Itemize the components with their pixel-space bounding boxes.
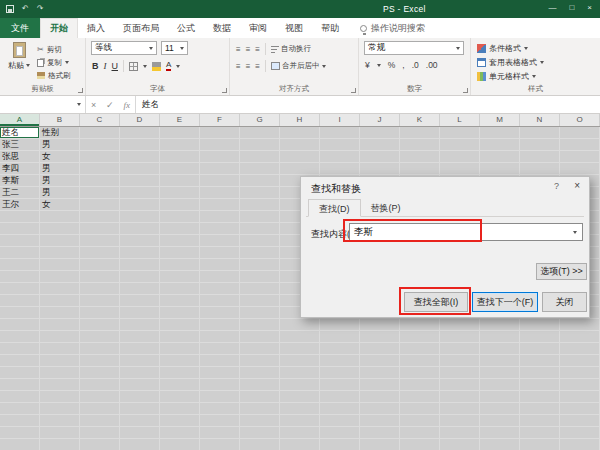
- cell-O26[interactable]: [560, 427, 600, 439]
- column-header-L[interactable]: L: [440, 114, 480, 126]
- cell-H1[interactable]: [280, 127, 320, 139]
- cell-N3[interactable]: [520, 151, 560, 163]
- dialog-close-button[interactable]: 关闭: [542, 292, 587, 312]
- cell-M2[interactable]: [480, 139, 520, 151]
- cell-G1[interactable]: [240, 127, 280, 139]
- cell-B25[interactable]: [40, 415, 80, 427]
- cell-H17[interactable]: [280, 319, 320, 331]
- cell-J23[interactable]: [360, 391, 400, 403]
- cell-F20[interactable]: [200, 355, 240, 367]
- cell-E27[interactable]: [160, 439, 200, 450]
- cell-O19[interactable]: [560, 343, 600, 355]
- cell-G17[interactable]: [240, 319, 280, 331]
- cell-A14[interactable]: [0, 283, 40, 295]
- cell-H27[interactable]: [280, 439, 320, 450]
- cell-D10[interactable]: [120, 235, 160, 247]
- cell-D3[interactable]: [120, 151, 160, 163]
- column-header-E[interactable]: E: [160, 114, 200, 126]
- cell-G19[interactable]: [240, 343, 280, 355]
- cell-E18[interactable]: [160, 331, 200, 343]
- cell-I1[interactable]: [320, 127, 360, 139]
- align-right-icon[interactable]: ≡: [255, 62, 260, 71]
- cell-E3[interactable]: [160, 151, 200, 163]
- cell-M21[interactable]: [480, 367, 520, 379]
- cell-O17[interactable]: [560, 319, 600, 331]
- cell-B15[interactable]: [40, 295, 80, 307]
- cell-G16[interactable]: [240, 307, 280, 319]
- cell-A24[interactable]: [0, 403, 40, 415]
- cell-F27[interactable]: [200, 439, 240, 450]
- cell-F1[interactable]: [200, 127, 240, 139]
- cell-O3[interactable]: [560, 151, 600, 163]
- cell-C11[interactable]: [80, 247, 120, 259]
- cell-G24[interactable]: [240, 403, 280, 415]
- cell-F7[interactable]: [200, 199, 240, 211]
- cell-F6[interactable]: [200, 187, 240, 199]
- cell-A26[interactable]: [0, 427, 40, 439]
- paste-button[interactable]: 粘贴: [4, 41, 34, 83]
- cell-B7[interactable]: 女: [40, 199, 80, 211]
- cell-A15[interactable]: [0, 295, 40, 307]
- cell-J26[interactable]: [360, 427, 400, 439]
- cell-L1[interactable]: [440, 127, 480, 139]
- cell-I26[interactable]: [320, 427, 360, 439]
- cell-J21[interactable]: [360, 367, 400, 379]
- cell-C23[interactable]: [80, 391, 120, 403]
- cell-O22[interactable]: [560, 379, 600, 391]
- cell-C2[interactable]: [80, 139, 120, 151]
- cell-C18[interactable]: [80, 331, 120, 343]
- cell-L19[interactable]: [440, 343, 480, 355]
- dialog-close-icon[interactable]: ×: [574, 180, 580, 191]
- cell-I4[interactable]: [320, 163, 360, 175]
- cell-O24[interactable]: [560, 403, 600, 415]
- cell-D9[interactable]: [120, 223, 160, 235]
- cell-D5[interactable]: [120, 175, 160, 187]
- cell-L21[interactable]: [440, 367, 480, 379]
- column-header-H[interactable]: H: [280, 114, 320, 126]
- cell-C20[interactable]: [80, 355, 120, 367]
- cell-E15[interactable]: [160, 295, 200, 307]
- cell-G12[interactable]: [240, 259, 280, 271]
- increase-decimal-icon[interactable]: .0: [412, 60, 419, 70]
- column-header-O[interactable]: O: [560, 114, 600, 126]
- align-left-icon[interactable]: ≡: [236, 62, 241, 71]
- cell-D2[interactable]: [120, 139, 160, 151]
- cell-H25[interactable]: [280, 415, 320, 427]
- cell-E2[interactable]: [160, 139, 200, 151]
- cell-B23[interactable]: [40, 391, 80, 403]
- cell-M1[interactable]: [480, 127, 520, 139]
- cell-G11[interactable]: [240, 247, 280, 259]
- cell-L17[interactable]: [440, 319, 480, 331]
- conditional-formatting-button[interactable]: 条件格式: [477, 41, 544, 55]
- cell-A21[interactable]: [0, 367, 40, 379]
- cell-F25[interactable]: [200, 415, 240, 427]
- wrap-text-button[interactable]: 自动换行: [271, 44, 311, 54]
- name-box[interactable]: [0, 96, 86, 113]
- cell-B11[interactable]: [40, 247, 80, 259]
- cell-N2[interactable]: [520, 139, 560, 151]
- cell-M23[interactable]: [480, 391, 520, 403]
- cell-B16[interactable]: [40, 307, 80, 319]
- merge-center-button[interactable]: 合并后居中: [271, 61, 326, 71]
- cell-H2[interactable]: [280, 139, 320, 151]
- cell-H3[interactable]: [280, 151, 320, 163]
- cell-E14[interactable]: [160, 283, 200, 295]
- minimize-icon[interactable]: —: [548, 3, 556, 12]
- tab-home[interactable]: 开始: [40, 18, 78, 38]
- redo-icon[interactable]: ↷: [37, 4, 44, 14]
- cell-O20[interactable]: [560, 355, 600, 367]
- cell-N20[interactable]: [520, 355, 560, 367]
- cell-D4[interactable]: [120, 163, 160, 175]
- cell-F11[interactable]: [200, 247, 240, 259]
- column-header-F[interactable]: F: [200, 114, 240, 126]
- cell-I3[interactable]: [320, 151, 360, 163]
- cell-K23[interactable]: [400, 391, 440, 403]
- cell-H20[interactable]: [280, 355, 320, 367]
- cell-C27[interactable]: [80, 439, 120, 450]
- cell-D26[interactable]: [120, 427, 160, 439]
- cell-H23[interactable]: [280, 391, 320, 403]
- cell-B18[interactable]: [40, 331, 80, 343]
- cell-B2[interactable]: 男: [40, 139, 80, 151]
- cell-E11[interactable]: [160, 247, 200, 259]
- cell-L4[interactable]: [440, 163, 480, 175]
